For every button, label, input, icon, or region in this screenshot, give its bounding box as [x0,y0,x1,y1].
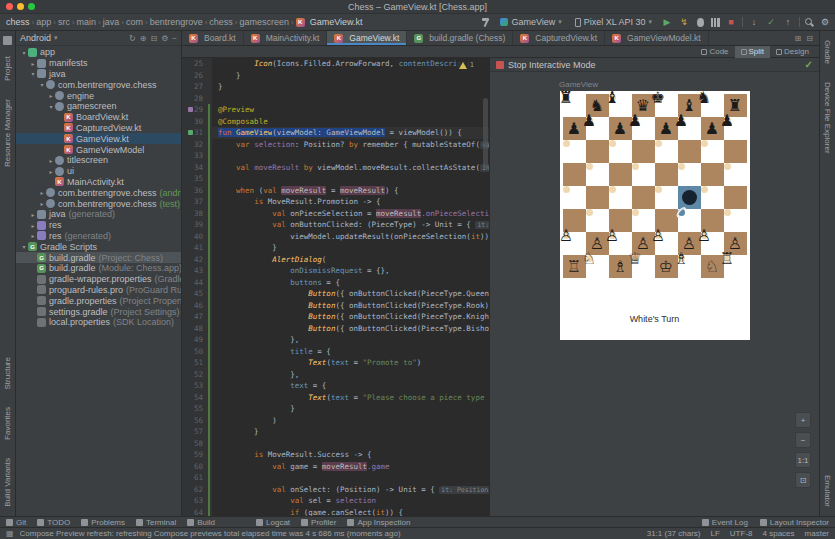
tree-item[interactable]: KMainActivity.kt [16,177,181,188]
tree-item[interactable]: ▸manifests [16,58,181,69]
editor-tab[interactable]: KGameView.kt [327,31,407,45]
gear-icon[interactable]: ⚙ [161,34,168,43]
line-number[interactable]: 32 [182,139,208,151]
tree-expand-icon[interactable]: ▸ [29,232,37,239]
tree-item[interactable]: ▾com.bentrengrove.chess [16,79,181,90]
code-line[interactable]: 32 var selection: Position? by remember … [182,139,489,151]
code-line[interactable]: 28 [182,93,489,105]
board-square[interactable] [678,140,701,163]
code-line[interactable]: 30@Composable [182,116,489,128]
board-square[interactable]: ♙ [563,232,570,239]
tree-expand-icon[interactable]: ▸ [29,222,37,229]
breadcrumb-item[interactable]: src [56,17,72,27]
tool-stripe-device-file-explorer[interactable]: Device File Explorer [823,82,832,154]
tree-item[interactable]: ▾GGradle Scripts [16,241,181,252]
board-square[interactable] [609,163,632,186]
board-square[interactable] [724,140,747,163]
file-encoding[interactable]: UTF-8 [730,529,753,538]
board-square[interactable] [701,140,708,147]
tool-window-button-event-log[interactable]: Event Log [702,518,748,527]
tree-item[interactable]: KGameViewModel [16,144,181,155]
editor-scrollbar[interactable] [483,98,488,168]
tool-window-button-layout-inspector[interactable]: Layout Inspector [760,518,829,527]
tool-stripe-emulator[interactable]: Emulator [823,475,832,507]
apply-changes-button[interactable]: ↯ [678,17,690,27]
board-square[interactable] [632,186,655,209]
tree-item[interactable]: gradle.properties(Project Properties) [16,295,181,306]
code-line[interactable]: 47 Button({ onButtonClicked(PieceType.Kn… [182,311,489,323]
board-square[interactable]: ♘ [586,255,593,262]
locate-file-icon[interactable]: ⊕ [140,34,147,43]
code-line[interactable]: 25 Icon(Icons.Filled.ArrowForward, conte… [182,58,489,70]
tree-expand-icon[interactable]: ▸ [29,211,37,218]
tree-item[interactable]: ▾app [16,47,181,58]
line-number[interactable]: 46 [182,300,208,312]
code-line[interactable]: 43 onDismissRequest = {}, [182,265,489,277]
tree-expand-icon[interactable]: ▾ [38,81,46,88]
line-number[interactable]: 55 [182,403,208,415]
tree-item[interactable]: ▸titlescreen [16,155,181,166]
breadcrumb-item[interactable]: chess [207,17,235,27]
zoom-actual-button[interactable]: 1:1 [795,452,811,468]
tree-expand-icon[interactable]: ▸ [47,157,55,164]
tree-item[interactable]: proguard-rules.pro(ProGuard Rules for Ch [16,285,181,296]
code-line[interactable]: 63 val sel = selection [182,495,489,507]
device-select[interactable]: Pixel XL API 30▾ [571,16,656,28]
git-update-button[interactable]: ↓ [748,17,760,27]
line-number[interactable]: 53 [182,380,208,392]
code-line[interactable]: 55 } [182,403,489,415]
line-number[interactable]: 51 [182,357,208,369]
code-line[interactable]: 54 Text(text = "Please choose a piece ty… [182,392,489,404]
tool-stripe-structure[interactable]: Structure [3,357,12,389]
line-number[interactable]: 60 [182,461,208,473]
line-number[interactable]: 33 [182,150,208,162]
code-line[interactable]: 61 [182,472,489,484]
board-square[interactable] [586,140,609,163]
board-square[interactable]: ♚ [655,94,662,101]
split-editor-icon[interactable]: ⊞ [795,34,802,43]
tree-expand-icon[interactable]: ▸ [47,92,55,99]
tree-expand-icon[interactable]: ▸ [47,168,55,175]
run-button[interactable]: ▶ [661,17,673,27]
line-number[interactable]: 28 [182,93,208,105]
tree-expand-icon[interactable]: ▸ [29,60,37,67]
line-number[interactable]: 49 [182,334,208,346]
board-square[interactable] [563,186,570,193]
line-number[interactable]: 56 [182,415,208,427]
board-square[interactable] [632,140,655,163]
tool-window-button-profiler[interactable]: Profiler [301,518,336,527]
code-line[interactable]: 41 } [182,242,489,254]
tree-item[interactable]: local.properties(SDK Location) [16,317,181,328]
board-square[interactable]: ♕ [632,255,639,262]
mode-code[interactable]: Code [695,46,734,58]
line-number[interactable]: 29 [182,104,208,116]
zoom-fit-button[interactable]: ⊡ [795,472,811,488]
breadcrumb-item[interactable]: chess [4,17,32,27]
board-square[interactable]: ♟ [678,117,685,124]
tool-window-button-app-inspection[interactable]: App Inspection [347,518,410,527]
stop-interactive-mode-button[interactable]: Stop Interactive Mode [508,60,596,70]
tree-expand-icon[interactable]: ▸ [38,200,46,207]
tree-item[interactable]: KGameView.kt [16,133,181,144]
line-number[interactable]: 36 [182,185,208,197]
code-line[interactable]: 45 Button({ onButtonClicked(PieceType.Qu… [182,288,489,300]
code-line[interactable]: 42 AlertDialog( [182,254,489,266]
breadcrumb-item[interactable]: gamescreen [238,17,292,27]
code-line[interactable]: 27} [182,81,489,93]
tree-item[interactable]: KBoardView.kt [16,112,181,123]
breadcrumb-item[interactable]: app [34,17,53,27]
profile-icon[interactable] [711,18,720,27]
mode-design[interactable]: Design [770,46,815,58]
line-number[interactable]: 31 [182,127,208,139]
line-number[interactable]: 47 [182,311,208,323]
gutter-icon[interactable] [188,130,193,135]
line-number[interactable]: 57 [182,426,208,438]
board-square[interactable] [724,186,747,209]
tool-window-button-git[interactable]: Git [6,518,26,527]
tree-expand-icon[interactable]: ▾ [47,103,55,110]
board-square[interactable]: ♞ [701,94,708,101]
code-line[interactable]: 51 Text(text = "Promote to") [182,357,489,369]
git-commit-button[interactable]: ✓ [765,17,777,27]
tool-stripe-gradle[interactable]: Gradle [823,40,832,64]
code-line[interactable]: 52 }, [182,369,489,381]
